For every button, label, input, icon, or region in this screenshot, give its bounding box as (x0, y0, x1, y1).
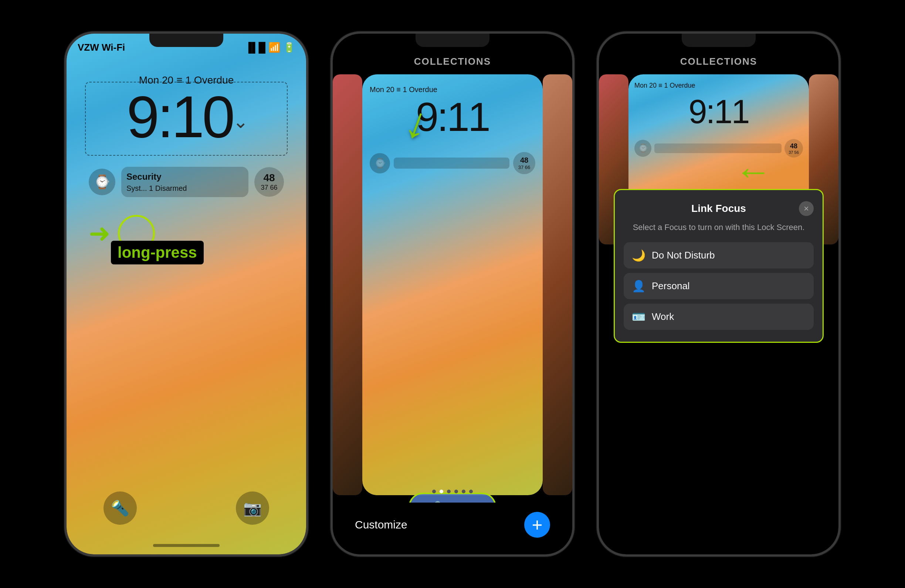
phone3-arrow-down-icon: ↓ (735, 164, 778, 183)
dnd-label: Do Not Disturb (652, 250, 715, 261)
phone2-wp-time: 9:11 (362, 97, 543, 137)
phone1-home-indicator (153, 544, 220, 547)
dot-6 (469, 489, 473, 493)
dot-3 (447, 489, 451, 493)
phone1-widgets: ⌚ Security Syst... 1 Disarmed 48 37 66 (89, 167, 284, 197)
phone2-side-peek-left (333, 74, 362, 495)
phone3-spacer-widget (654, 143, 781, 153)
phone3-header: COLLECTIONS (599, 56, 838, 67)
phone1-screen: VZW Wi-Fi ▐▌█ 📶 🔋 Mon 20 ≡ 1 Overdue 9:1… (67, 33, 306, 555)
phone3-wp-date: Mon 20 ≡ 1 Overdue (634, 82, 803, 89)
lf-option-personal[interactable]: 👤 Personal (624, 273, 814, 299)
phone2-watch-widget: ⌚ (370, 153, 390, 173)
phone2-spacer-widget (394, 157, 510, 168)
battery-icon: 🔋 (283, 42, 295, 53)
watch-widget: ⌚ (89, 168, 115, 195)
phone-3: COLLECTIONS Mon 20 ≡ 1 Overdue 9:11 ⌚ 48… (597, 32, 841, 556)
close-icon: × (804, 203, 809, 214)
phone-2: COLLECTIONS Mon 20 ≡ 1 Overdue 9:11 ⌚ 48… (330, 32, 575, 556)
dnd-icon: 🌙 (631, 249, 646, 262)
dot-2-active (440, 489, 443, 493)
phone2-side-peek-right (543, 74, 572, 495)
phone1-bottom-bar: 🔦 📷 (67, 491, 306, 525)
lf-close-button[interactable]: × (799, 201, 814, 216)
wifi-icon: 📶 (268, 42, 280, 53)
dot-4 (454, 489, 458, 493)
phone1-time: 9:10⌄ (67, 87, 306, 146)
torch-icon[interactable]: 🔦 (103, 491, 137, 525)
phone2-header: COLLECTIONS (333, 56, 572, 67)
carrier-label: VZW Wi-Fi (78, 42, 125, 53)
work-icon: 🪪 (631, 310, 646, 323)
dropdown-arrow-icon: ⌄ (233, 111, 246, 132)
status-icons: ▐▌█ 📶 🔋 (245, 42, 295, 53)
work-label: Work (652, 311, 674, 323)
phone3-watch-widget: ⌚ (634, 140, 651, 157)
lf-title-row: Link Focus × (624, 201, 814, 216)
phone2-wallpaper-preview[interactable]: Mon 20 ≡ 1 Overdue 9:11 ⌚ 48 37 66 (362, 74, 543, 495)
temp-widget: 48 37 66 (254, 167, 284, 197)
phone1-status-bar: VZW Wi-Fi ▐▌█ 📶 🔋 (78, 39, 295, 53)
security-title: Security (126, 170, 243, 183)
dot-5 (462, 489, 465, 493)
signal-icon: ▐▌█ (245, 42, 265, 53)
lf-option-work[interactable]: 🪪 Work (624, 304, 814, 330)
personal-icon: 👤 (631, 280, 646, 292)
phone2-wp-widgets: ⌚ 48 37 66 (370, 152, 535, 174)
customize-button[interactable]: Customize (355, 518, 407, 531)
phone2-temp-widget: 48 37 66 (513, 152, 535, 174)
phone2-bottom-btns: Customize + (333, 502, 572, 555)
security-sub: Syst... 1 Disarmed (126, 183, 243, 194)
arrow-right-icon: ➜ (89, 218, 111, 248)
phone3-temp-widget: 48 37 56 (784, 139, 803, 157)
lf-option-dnd[interactable]: 🌙 Do Not Disturb (624, 242, 814, 269)
phone3-wp-time: 9:11 (629, 93, 809, 131)
personal-label: Personal (652, 280, 690, 292)
lf-title: Link Focus (638, 203, 799, 215)
phone2-dots (333, 489, 572, 493)
camera-icon[interactable]: 📷 (236, 491, 269, 525)
lf-subtitle: Select a Focus to turn on with this Lock… (624, 222, 814, 234)
phone2-wp-date: Mon 20 ≡ 1 Overdue (370, 86, 535, 94)
phone3-wp-widgets: ⌚ 48 37 56 (634, 139, 803, 157)
phone-1: VZW Wi-Fi ▐▌█ 📶 🔋 Mon 20 ≡ 1 Overdue 9:1… (64, 32, 308, 556)
security-widget: Security Syst... 1 Disarmed (121, 167, 248, 197)
longpress-label: long-press (111, 241, 204, 264)
phone3-screen: COLLECTIONS Mon 20 ≡ 1 Overdue 9:11 ⌚ 48… (599, 33, 838, 555)
phone2-screen: COLLECTIONS Mon 20 ≡ 1 Overdue 9:11 ⌚ 48… (333, 33, 572, 555)
dot-1 (432, 489, 436, 493)
link-focus-panel: Link Focus × Select a Focus to turn on w… (614, 189, 824, 343)
add-button[interactable]: + (524, 512, 550, 538)
